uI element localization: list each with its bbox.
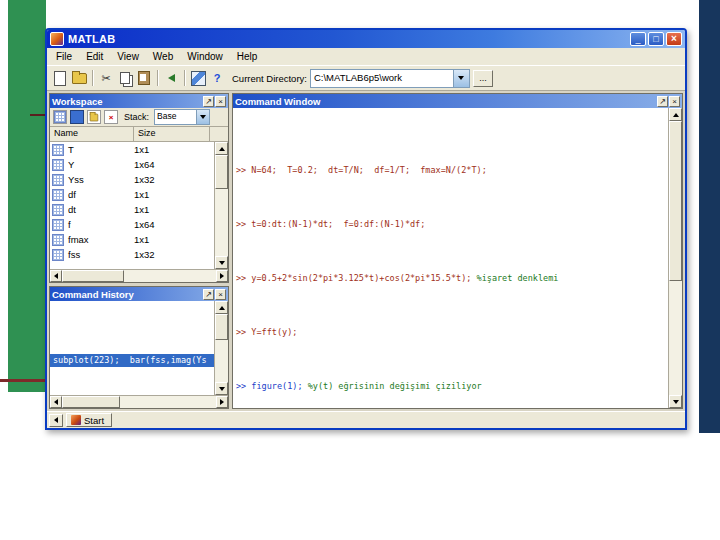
variable-name: Y bbox=[68, 159, 134, 170]
pane-close-button[interactable]: × bbox=[215, 96, 226, 107]
toolbar-divider bbox=[157, 70, 158, 86]
code-segment: >> y=0.5+2*sin(2*pi*3.125*t)+cos(2*pi*15… bbox=[236, 273, 477, 283]
workspace-row[interactable]: T 1x1 bbox=[50, 142, 214, 157]
workspace-row[interactable]: fmax 1x1 bbox=[50, 232, 214, 247]
scrollbar-thumb[interactable] bbox=[669, 121, 682, 281]
scroll-left-button[interactable] bbox=[50, 270, 62, 282]
scrollbar-thumb[interactable] bbox=[62, 270, 124, 282]
stack-dropdown-button[interactable] bbox=[196, 110, 209, 124]
pane-close-button[interactable]: × bbox=[669, 96, 680, 107]
undock-button[interactable]: ↗ bbox=[657, 96, 668, 107]
undo-button[interactable] bbox=[163, 70, 179, 86]
history-lines: subplot(223); bar(fss,imag(Ys clc N=64; … bbox=[50, 301, 214, 395]
browse-directory-button[interactable]: ... bbox=[473, 70, 493, 87]
undock-button[interactable]: ↗ bbox=[203, 96, 214, 107]
triangle-down-icon bbox=[673, 400, 679, 404]
paste-button[interactable] bbox=[136, 70, 152, 86]
help-button[interactable]: ? bbox=[209, 70, 225, 86]
variable-name: Yss bbox=[68, 174, 134, 185]
current-directory-combobox[interactable]: C:\MATLAB6p5\work bbox=[310, 69, 470, 88]
scrollbar-thumb[interactable] bbox=[62, 396, 120, 408]
column-header-name[interactable]: Name bbox=[50, 127, 134, 141]
stack-combobox[interactable]: Base bbox=[154, 109, 210, 125]
workspace-vertical-scrollbar[interactable] bbox=[214, 142, 228, 269]
command-window-lines[interactable]: >> N=64; T=0.2; dt=T/N; df=1/T; fmax=N/(… bbox=[233, 108, 668, 408]
slide-green-bar bbox=[8, 0, 46, 392]
history-horizontal-scrollbar[interactable] bbox=[50, 395, 228, 408]
menu-item[interactable]: Edit bbox=[79, 49, 110, 64]
open-folder-icon bbox=[72, 73, 87, 84]
pane-close-button[interactable]: × bbox=[215, 289, 226, 300]
current-directory-label: Current Directory: bbox=[232, 73, 307, 84]
open-file-button[interactable] bbox=[71, 70, 87, 86]
delete-variable-button[interactable]: × bbox=[104, 110, 118, 124]
menu-item[interactable]: File bbox=[49, 49, 79, 64]
scroll-down-button[interactable] bbox=[215, 382, 228, 395]
desktop-area: Workspace ↗ × × Stack: Base bbox=[47, 91, 685, 411]
scroll-down-button[interactable] bbox=[669, 395, 682, 408]
history-vertical-scrollbar[interactable] bbox=[214, 301, 228, 395]
scroll-right-button[interactable] bbox=[216, 270, 228, 282]
collapse-panel-button[interactable] bbox=[49, 414, 63, 427]
cut-icon: ✂ bbox=[101, 73, 110, 84]
column-header-size[interactable]: Size bbox=[134, 127, 210, 141]
workspace-row[interactable]: Y 1x64 bbox=[50, 157, 214, 172]
array-icon bbox=[52, 174, 64, 186]
scroll-down-button[interactable] bbox=[215, 256, 228, 269]
workspace-row[interactable]: dt 1x1 bbox=[50, 202, 214, 217]
code-segment: >> figure(1); bbox=[236, 381, 308, 391]
code-segment: >> t=0:dt:(N-1)*dt; f=0:df:(N-1)*df; bbox=[236, 219, 425, 229]
menu-item[interactable]: Window bbox=[180, 49, 230, 64]
scroll-left-button[interactable] bbox=[50, 396, 62, 408]
variable-name: fmax bbox=[68, 234, 134, 245]
command-window-titlebar[interactable]: Command Window ↗ × bbox=[233, 94, 682, 108]
toolbar-divider bbox=[184, 70, 185, 86]
scroll-up-button[interactable] bbox=[215, 301, 228, 314]
save-workspace-button[interactable] bbox=[70, 110, 84, 124]
scroll-up-button[interactable] bbox=[669, 108, 682, 121]
workspace-row[interactable]: df 1x1 bbox=[50, 187, 214, 202]
undock-button[interactable]: ↗ bbox=[203, 289, 214, 300]
command-window-title: Command Window bbox=[235, 96, 320, 107]
copy-button[interactable] bbox=[117, 70, 133, 86]
scrollbar-thumb[interactable] bbox=[215, 314, 228, 340]
minimize-button[interactable]: _ bbox=[630, 32, 646, 46]
combobox-dropdown-button[interactable] bbox=[453, 70, 469, 87]
new-variable-button[interactable] bbox=[53, 110, 67, 124]
command-history-titlebar[interactable]: Command History ↗ × bbox=[50, 287, 228, 301]
new-file-icon bbox=[54, 71, 66, 86]
maximize-button[interactable]: □ bbox=[648, 32, 664, 46]
help-icon: ? bbox=[214, 73, 221, 84]
new-file-button[interactable] bbox=[52, 70, 68, 86]
start-button[interactable]: Start bbox=[66, 413, 112, 427]
scroll-right-button[interactable] bbox=[216, 396, 228, 408]
scrollbar-thumb[interactable] bbox=[215, 155, 228, 189]
simulink-button[interactable] bbox=[190, 70, 206, 86]
command-history-title: Command History bbox=[52, 289, 134, 300]
workspace-horizontal-scrollbar[interactable] bbox=[50, 269, 228, 282]
window-titlebar[interactable]: MATLAB _ □ × bbox=[47, 30, 685, 48]
close-button[interactable]: × bbox=[666, 32, 682, 46]
menu-item[interactable]: Web bbox=[146, 49, 180, 64]
array-icon bbox=[52, 219, 64, 231]
open-variable-button[interactable] bbox=[87, 110, 101, 124]
variable-name: df bbox=[68, 189, 134, 200]
workspace-pane: Workspace ↗ × × Stack: Base bbox=[49, 93, 229, 283]
open-variable-icon bbox=[90, 113, 98, 121]
command-window-vertical-scrollbar[interactable] bbox=[668, 108, 682, 408]
workspace-row[interactable]: Yss 1x32 bbox=[50, 172, 214, 187]
start-button-label: Start bbox=[84, 415, 104, 426]
menu-item[interactable]: Help bbox=[230, 49, 265, 64]
workspace-row[interactable]: fss 1x32 bbox=[50, 247, 214, 262]
array-icon bbox=[52, 144, 64, 156]
matlab-app-icon bbox=[50, 32, 64, 46]
history-line[interactable]: subplot(223); bar(fss,imag(Ys bbox=[50, 354, 214, 367]
menu-item[interactable]: View bbox=[110, 49, 146, 64]
workspace-titlebar[interactable]: Workspace ↗ × bbox=[50, 94, 228, 108]
array-icon bbox=[52, 189, 64, 201]
cut-button[interactable]: ✂ bbox=[98, 70, 114, 86]
variable-name: fss bbox=[68, 249, 134, 260]
workspace-row[interactable]: f 1x64 bbox=[50, 217, 214, 232]
simulink-icon bbox=[191, 71, 206, 86]
scroll-up-button[interactable] bbox=[215, 142, 228, 155]
